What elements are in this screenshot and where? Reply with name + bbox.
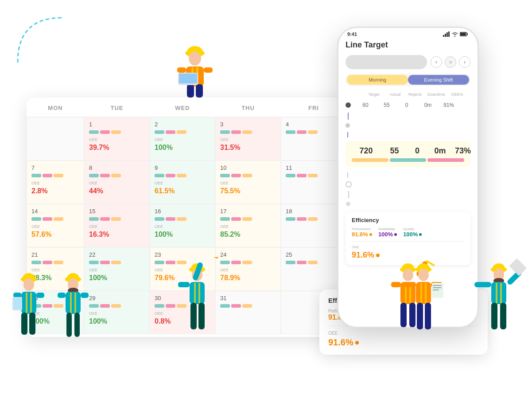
badge-teal: [89, 130, 99, 134]
calendar-cell: 8OEE44%: [84, 160, 150, 204]
badge-3: [427, 158, 464, 162]
cell-badges: [89, 261, 145, 264]
header-fri: FRI: [281, 103, 346, 113]
badge-pink: [231, 304, 241, 308]
cell-oee-value: 100%: [155, 231, 210, 239]
cell-badges: [286, 174, 342, 177]
badge-orange: [111, 217, 121, 221]
cell-badges: [31, 217, 79, 221]
cell-date-number: 1: [89, 121, 145, 128]
timeline-dot-2: [346, 123, 350, 128]
svg-rect-45: [81, 293, 89, 298]
prev-button[interactable]: ‹: [431, 56, 442, 68]
cell-oee-value: 57.6%: [31, 231, 79, 239]
cell-date-number: 21: [31, 251, 79, 258]
signal-icon: [443, 31, 450, 37]
phone-search-bar[interactable]: [346, 55, 427, 69]
cell-oee-label: OEE: [220, 268, 276, 272]
badge-teal: [155, 174, 164, 177]
badge-pink: [297, 130, 307, 134]
worker-left-1: [4, 266, 53, 364]
svg-rect-40: [70, 293, 72, 313]
refresh-button[interactable]: ○: [445, 56, 456, 68]
battery-icon: [460, 31, 469, 37]
next-button[interactable]: ›: [459, 56, 470, 68]
avail-dot: [394, 233, 397, 236]
badge-orange: [54, 217, 63, 221]
cell-oee-label: OEE: [89, 224, 145, 229]
cell-badges: [89, 130, 145, 134]
cell-date-number: 4: [286, 121, 342, 128]
col-actual: Actual: [385, 92, 405, 97]
cell-date-number: 25: [286, 251, 342, 258]
badge-pink: [231, 217, 241, 221]
timeline-dot-1: [346, 102, 351, 108]
badge-teal: [155, 217, 164, 221]
cell-date-number: 17: [220, 208, 276, 215]
calendar-cell: 17OEE85.2%: [215, 204, 281, 247]
phone-nav-arrows: ‹ ○ ›: [431, 56, 470, 68]
phone-quality: Quality 100%: [403, 227, 422, 238]
cell-oee-label: OEE: [31, 224, 79, 229]
col-rejects: Rejects: [405, 92, 425, 97]
badge-teal: [220, 217, 230, 221]
col-downtime: Downtime: [425, 92, 448, 97]
svg-point-25: [23, 278, 34, 291]
worker-sitting: [155, 40, 235, 120]
badge-pink: [43, 217, 52, 221]
badge-pink: [100, 130, 110, 134]
svg-rect-34: [13, 298, 21, 309]
badge-orange: [54, 174, 63, 177]
badge-orange: [111, 174, 121, 177]
svg-rect-75: [190, 303, 197, 329]
cell-date-number: 31: [220, 295, 276, 301]
cell-badges: [155, 174, 210, 177]
calendar-cell: 18: [281, 204, 346, 247]
svg-rect-44: [58, 293, 66, 298]
badge-teal: [286, 174, 295, 177]
svg-rect-63: [500, 283, 502, 303]
svg-rect-92: [433, 287, 442, 288]
phone-perf-value: 91.6%: [352, 231, 372, 238]
cell-badges: [220, 304, 276, 308]
col-oee: OEE%: [448, 92, 466, 97]
badge-orange: [177, 130, 186, 134]
svg-rect-39: [66, 292, 81, 314]
badge-teal: [89, 217, 99, 221]
badge-1: [352, 158, 388, 162]
badge-teal: [89, 261, 99, 264]
svg-point-13: [189, 51, 201, 66]
cell-oee-label: OEE: [155, 137, 210, 142]
svg-rect-78: [178, 282, 190, 287]
cell-date-number: 11: [286, 164, 342, 171]
badge-teal: [155, 261, 164, 264]
cell-oee-label: OEE: [220, 137, 276, 142]
cell-oee-value: 100%: [155, 144, 210, 152]
badge-orange: [308, 174, 318, 177]
svg-rect-86: [417, 303, 423, 329]
cell-oee-label: OEE: [155, 181, 210, 185]
row1-target: 60: [354, 102, 377, 108]
evening-shift-tab[interactable]: Evening Shift: [408, 75, 469, 85]
badge-orange: [111, 130, 121, 134]
cell-badges: [220, 174, 276, 177]
svg-rect-62: [496, 283, 497, 303]
oee-indicator-dot: [355, 341, 359, 344]
svg-rect-68: [509, 258, 527, 276]
data-card-badges: [352, 158, 464, 162]
cell-badges: [220, 217, 276, 221]
cell-badges: [31, 174, 79, 177]
calendar-cell: 4: [281, 117, 346, 160]
cell-date-number: 16: [155, 208, 210, 215]
cell-date-number: 2: [155, 121, 210, 128]
oee-dot: [376, 254, 380, 257]
cell-oee-label: OEE: [220, 224, 276, 229]
calendar-cell: 16OEE100%: [150, 204, 215, 247]
phone-perf-label: Perfomance: [352, 227, 372, 231]
cell-oee-value: 2.8%: [31, 187, 79, 195]
svg-rect-18: [196, 84, 203, 98]
svg-rect-4: [443, 35, 444, 37]
cell-badges: [155, 217, 210, 221]
morning-shift-tab[interactable]: Morning: [347, 75, 408, 85]
phone-qual-label: Quality: [403, 227, 422, 231]
